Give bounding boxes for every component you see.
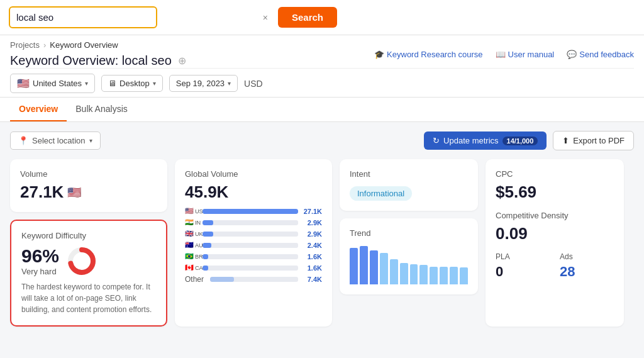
global-volume-value: 45.9K <box>185 182 322 202</box>
manual-link[interactable]: 📖 User manual <box>496 50 555 59</box>
bar-row-us: 🇺🇸 US 27.1K <box>185 207 322 215</box>
date-filter[interactable]: Sep 19, 2023 ▾ <box>169 75 238 92</box>
bar-row-au: 🇦🇺 AU 2.4K <box>185 241 322 249</box>
cards-grid: Volume 27.1K 🇺🇸 Keyword Difficulty 96% V… <box>10 159 634 327</box>
right-metrics-card: CPC $5.69 Competitive Density 0.09 PLA 0… <box>486 159 624 327</box>
breadcrumb-parent[interactable]: Projects <box>10 40 40 50</box>
trend-bars <box>350 244 468 284</box>
pla-section: PLA 0 <box>496 252 550 280</box>
toolbar-row: 📍 Select location ▾ ↻ Update metrics 14/… <box>10 131 634 150</box>
kd-row: 96% Very hard <box>21 245 156 276</box>
col-1: Volume 27.1K 🇺🇸 Keyword Difficulty 96% V… <box>10 159 167 327</box>
page-title: Keyword Overview: local seo <box>10 53 172 68</box>
ads-section: Ads 28 <box>560 252 614 280</box>
pla-ads-row: PLA 0 Ads 28 <box>496 252 614 280</box>
book-icon: 🎓 <box>374 50 384 59</box>
manual-icon: 📖 <box>496 50 506 59</box>
global-volume-label: Global Volume <box>185 169 322 179</box>
breadcrumb-title-col: Projects › Keyword Overview Keyword Over… <box>10 40 186 68</box>
kd-description: The hardest keyword to compete for. It w… <box>21 281 156 315</box>
bar-rows: 🇺🇸 US 27.1K 🇮🇳 IN 2.9K 🇬🇧 UK 2.9K 🇦🇺 AU <box>185 207 322 284</box>
bar-row-uk: 🇬🇧 UK 2.9K <box>185 230 322 238</box>
ads-value: 28 <box>560 264 614 280</box>
country-flag: 🇺🇸 <box>17 77 30 89</box>
kd-card: Keyword Difficulty 96% Very hard The har… <box>10 220 167 327</box>
intent-label: Intent <box>350 169 468 179</box>
ads-label: Ads <box>560 252 614 261</box>
trend-label: Trend <box>350 228 468 238</box>
currency-label: USD <box>244 79 263 89</box>
intent-badge: Informational <box>350 186 412 201</box>
search-bar: × Search <box>0 0 644 35</box>
cpc-label: CPC <box>496 169 614 179</box>
svg-point-2 <box>75 255 88 267</box>
nav-area: Projects › Keyword Overview Keyword Over… <box>0 35 644 98</box>
trend-card: Trend <box>340 218 478 294</box>
breadcrumb-sep: › <box>43 40 46 50</box>
add-keyword-icon[interactable]: ⊕ <box>178 55 186 67</box>
device-label: Desktop <box>119 79 150 88</box>
bar-row-ca: 🇨🇦 CA 1.6K <box>185 264 322 272</box>
location-select[interactable]: 📍 Select location ▾ <box>10 131 101 150</box>
main-content: 📍 Select location ▾ ↻ Update metrics 14/… <box>0 122 644 335</box>
device-filter[interactable]: 🖥 Desktop ▾ <box>101 75 163 92</box>
tabs: Overview Bulk Analysis <box>0 98 644 122</box>
bar-row-other: Other 7.4K <box>185 275 322 284</box>
search-button[interactable]: Search <box>278 7 337 28</box>
nav-top: Projects › Keyword Overview Keyword Over… <box>10 40 634 68</box>
cpc-value: $5.69 <box>496 182 614 202</box>
intent-card: Intent Informational <box>340 159 478 211</box>
pla-value: 0 <box>496 264 550 280</box>
nav-links: 🎓 Keyword Research course 📖 User manual … <box>374 50 634 59</box>
country-chevron: ▾ <box>85 80 88 87</box>
export-icon: ⬆ <box>562 136 569 145</box>
export-label: Export to PDF <box>573 136 625 145</box>
tab-bulk-analysis[interactable]: Bulk Analysis <box>67 98 136 121</box>
right-actions: ↻ Update metrics 14/1,000 ⬆ Export to PD… <box>424 131 634 150</box>
global-volume-card: Global Volume 45.9K 🇺🇸 US 27.1K 🇮🇳 IN 2.… <box>175 159 332 327</box>
device-icon: 🖥 <box>108 79 116 88</box>
density-section: Competitive Density 0.09 <box>496 211 614 243</box>
kd-label: Keyword Difficulty <box>21 231 156 240</box>
page-title-keyword: local seo <box>122 53 172 67</box>
kd-donut-chart <box>67 246 97 276</box>
clear-icon[interactable]: × <box>263 13 268 23</box>
device-chevron: ▾ <box>153 80 156 87</box>
location-chevron: ▾ <box>89 137 92 144</box>
country-label: United States <box>33 79 82 88</box>
location-placeholder: Select location <box>32 136 86 145</box>
bar-row-in: 🇮🇳 IN 2.9K <box>185 218 322 227</box>
breadcrumb: Projects › Keyword Overview <box>10 40 186 50</box>
cpc-section: CPC $5.69 <box>496 169 614 202</box>
kd-percent: 96% <box>21 245 59 267</box>
volume-value: 27.1K 🇺🇸 <box>20 182 157 202</box>
update-metrics-button[interactable]: ↻ Update metrics 14/1,000 <box>424 131 547 150</box>
volume-label: Volume <box>20 169 157 179</box>
col-3: Intent Informational Trend <box>340 159 478 327</box>
update-count-badge: 14/1,000 <box>502 137 538 145</box>
date-label: Sep 19, 2023 <box>176 79 225 88</box>
volume-flag: 🇺🇸 <box>67 186 81 199</box>
breadcrumb-current: Keyword Overview <box>50 40 118 50</box>
date-chevron: ▾ <box>228 80 231 87</box>
update-label: Update metrics <box>443 136 498 145</box>
pla-label: PLA <box>496 252 550 261</box>
location-icon: 📍 <box>18 136 28 145</box>
density-value: 0.09 <box>496 224 614 243</box>
page-title-row: Keyword Overview: local seo ⊕ <box>10 53 186 68</box>
feedback-icon: 💬 <box>567 50 577 59</box>
course-link[interactable]: 🎓 Keyword Research course <box>374 50 482 59</box>
filters-row: 🇺🇸 United States ▾ 🖥 Desktop ▾ Sep 19, 2… <box>10 68 634 97</box>
density-label: Competitive Density <box>496 211 614 220</box>
refresh-icon: ↻ <box>433 136 440 145</box>
search-input-wrapper: × <box>9 6 273 28</box>
export-pdf-button[interactable]: ⬆ Export to PDF <box>553 131 634 150</box>
feedback-link[interactable]: 💬 Send feedback <box>567 50 634 59</box>
bar-row-br: 🇧🇷 BR 1.6K <box>185 252 322 260</box>
country-filter[interactable]: 🇺🇸 United States ▾ <box>10 74 95 93</box>
search-input[interactable] <box>9 6 157 28</box>
kd-sublabel: Very hard <box>21 267 59 276</box>
page-title-label: Keyword Overview: <box>10 53 118 67</box>
volume-card: Volume 27.1K 🇺🇸 <box>10 159 167 212</box>
tab-overview[interactable]: Overview <box>10 98 67 121</box>
